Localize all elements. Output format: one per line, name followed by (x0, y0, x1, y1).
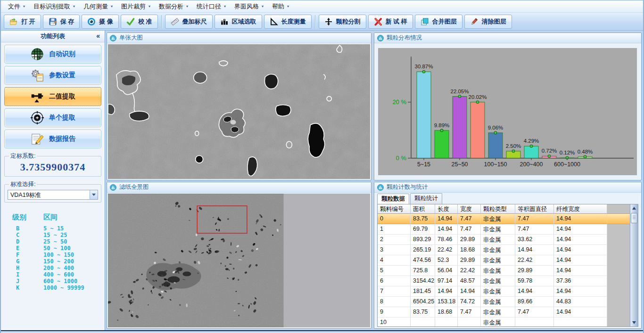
clear-layers-button[interactable]: 清除图层 (464, 15, 512, 29)
table-cell-filler (607, 266, 630, 276)
table-cell: 14.94 (554, 224, 607, 235)
level-range: 150 ~ 200 (43, 258, 74, 265)
menu-item-6[interactable]: 界面风格▾ (230, 1, 268, 12)
level-grade: K (12, 284, 43, 291)
table-vertical-scrollbar[interactable] (630, 204, 638, 326)
new-sample-button[interactable]: 新 试 样 (368, 15, 413, 29)
level-grade: I (12, 271, 43, 278)
scroll-up-button[interactable] (630, 204, 638, 212)
menu-item-label: 帮助 (272, 2, 284, 11)
table-cell: 7 (378, 286, 411, 297)
level-row: E50 ~ 100 (12, 245, 105, 252)
single-image-canvas[interactable] (108, 44, 370, 179)
table-cell: 89.66 (515, 297, 554, 307)
merge-layers-button[interactable]: 合并图层 (415, 15, 462, 29)
particle-split-button[interactable]: 颗粒分割 (319, 15, 366, 29)
level-range: 400 ~ 600 (43, 271, 74, 278)
level-row: H200 ~ 400 (12, 265, 105, 271)
menu-item-label: 统计口径 (197, 2, 221, 11)
tab-particle-stats[interactable]: 颗粒统计 (410, 193, 442, 204)
table-row[interactable]: 63154.4297.1448.57非金属59.7837.36 (378, 276, 630, 286)
table-cell: 非金属 (481, 245, 515, 255)
table-cell: 非金属 (481, 214, 515, 224)
svg-text:20.02%: 20.02% (469, 94, 487, 100)
save-button[interactable]: 保 存 (43, 15, 80, 29)
table-cell: 37.36 (554, 276, 607, 286)
standard-group: 标准选择: VDA19标准 (4, 180, 101, 203)
tab-particle-data[interactable]: 颗粒数据 (377, 194, 409, 204)
scroll-thumb[interactable] (631, 213, 637, 223)
sidebar-button-auto-recognize[interactable]: 自动识别 (4, 45, 101, 64)
table-cell: 14.94 (515, 245, 554, 255)
toolbar-button-label: 摄 像 (99, 17, 113, 26)
open-button[interactable]: 打 开 (4, 15, 41, 29)
menu-item-7[interactable]: 帮助▾ (268, 1, 293, 12)
table-cell (435, 317, 458, 326)
menu-item-4[interactable]: 数据分析▾ (155, 1, 192, 12)
table-cell: 22.42 (435, 245, 458, 255)
table-cell: 22.42 (458, 266, 481, 276)
menu-item-3[interactable]: 图片裁剪▾ (117, 1, 155, 12)
sidebar-button-param-settings[interactable]: 参数设置 (4, 66, 101, 85)
table-row[interactable]: 3265.1922.4218.68非金属14.9414.94 (378, 245, 630, 255)
table-cell-filler (607, 276, 630, 286)
camera-button[interactable]: 摄 像 (82, 15, 119, 29)
table-cell: 474.56 (411, 255, 435, 266)
table-row[interactable]: 169.7914.947.47非金属7.4714.94 (378, 224, 630, 235)
scroll-down-button[interactable] (630, 319, 638, 326)
table-cell: 14.94 (554, 214, 607, 224)
svg-text:9.89%: 9.89% (434, 122, 450, 128)
calibration-label: 定标系数: (9, 152, 37, 160)
particle-split-icon (324, 17, 333, 26)
table-row[interactable]: 4474.5652.329.89非金属22.4214.94 (378, 255, 630, 266)
table-row[interactable]: 7181.4514.9414.94非金属14.9414.94 (378, 286, 630, 297)
table-cell: 6504.25 (411, 297, 435, 307)
table-cell: 非金属 (481, 235, 515, 245)
menu-item-label: 界面风格 (234, 2, 259, 11)
overlay-ruler-button[interactable]: 叠加标尺 (165, 15, 213, 29)
menu-item-2[interactable]: 几何测量▾ (79, 1, 117, 12)
table-cell: 78.46 (435, 235, 458, 245)
table-row[interactable]: 083.7514.947.47非金属7.4714.94 (378, 214, 630, 224)
table-cell: 29.89 (458, 235, 481, 245)
column-header: 长度 (435, 204, 458, 214)
level-row: K1000 ~ 99999 (12, 284, 105, 291)
region-select-button[interactable]: 区域选取 (215, 15, 262, 29)
svg-text:200~400: 200~400 (520, 161, 543, 168)
sidebar-button-label: 数据报告 (49, 135, 75, 143)
sidebar-title: 功能列表 (41, 32, 65, 41)
content-area: 功能列表 « 自动识别参数设置二值提取单个提取数据报告 定标系数: 3.7359… (1, 31, 643, 330)
table-row[interactable]: 2893.2978.4629.89非金属33.6214.94 (378, 235, 630, 245)
table-row[interactable]: 86504.25153.1874.72非金属89.6644.83 (378, 297, 630, 307)
level-grade: B (12, 225, 43, 232)
sidebar-button-data-report[interactable]: 数据报告 (4, 130, 101, 148)
table-cell: 非金属 (481, 276, 515, 286)
combobox-dropdown-button[interactable] (90, 190, 98, 199)
level-row: F100 ~ 150 (12, 252, 105, 258)
table-row[interactable]: 10非金属 (378, 317, 630, 326)
table-row[interactable]: 5725.856.0422.42非金属29.8914.94 (378, 266, 630, 276)
toolbar-button-label: 打 开 (21, 17, 35, 26)
menu-item-1[interactable]: 目标识别提取▾ (29, 1, 79, 12)
panorama-canvas[interactable] (108, 194, 370, 327)
panel-statistics: 颗粒计数与统计 颗粒数据颗粒统计 颗料编号面积长度宽度颗粒类型等积圆直径纤维宽度… (374, 182, 642, 329)
clear-layers-icon (470, 17, 479, 26)
table-cell: 7.47 (515, 307, 554, 317)
table-row[interactable]: 983.7518.687.47非金属7.4714.94 (378, 307, 630, 317)
chevron-down-icon: ▾ (287, 4, 289, 8)
level-grade: D (12, 238, 43, 245)
table-cell: 14.94 (554, 286, 607, 297)
standard-combobox[interactable]: VDA19标准 (8, 190, 98, 200)
table-cell (515, 317, 554, 326)
svg-text:0.12%: 0.12% (560, 150, 575, 155)
table-cell: 7.47 (458, 224, 481, 235)
length-measure-button[interactable]: 长度测量 (264, 15, 312, 29)
sidebar-collapse-button[interactable]: « (96, 32, 100, 40)
sidebar-button-single-extract[interactable]: 单个提取 (4, 108, 101, 127)
calibrate-button[interactable]: 校 准 (121, 15, 158, 29)
table-cell: 181.45 (411, 286, 435, 297)
menu-item-5[interactable]: 统计口径▾ (192, 1, 230, 12)
sidebar-button-binary-extract[interactable]: 二值提取 (4, 87, 101, 106)
menu-item-0[interactable]: 文件▾ (4, 1, 29, 12)
table-cell: 14.94 (554, 235, 607, 245)
